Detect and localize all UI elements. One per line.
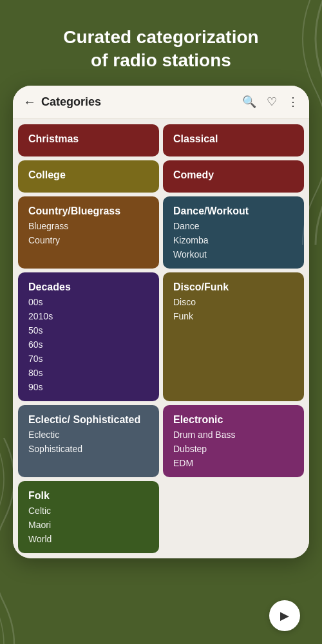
category-label-college: College [28, 169, 149, 181]
category-sub-disco[interactable]: Disco [173, 297, 294, 307]
category-item-christmas[interactable]: Christmas [18, 124, 159, 156]
category-sub-sophisticated[interactable]: Sophisticated [28, 444, 149, 454]
category-label-country-bluegrass: Country/Bluegrass [28, 205, 149, 217]
category-label-decades: Decades [28, 281, 149, 293]
category-sub-bluegrass[interactable]: Bluegrass [28, 221, 149, 231]
category-sub-dubstep[interactable]: Dubstep [173, 444, 294, 454]
back-button[interactable]: ← [23, 95, 36, 109]
category-sub-50s[interactable]: 50s [28, 325, 149, 336]
category-sub-kizomba[interactable]: Kizomba [173, 235, 294, 245]
category-item-decades[interactable]: Decades00s2010s50s60s70s80s90s [18, 272, 159, 401]
category-sub-80s[interactable]: 80s [28, 368, 149, 378]
category-sub-workout[interactable]: Workout [173, 249, 294, 260]
category-sub-world[interactable]: World [28, 534, 149, 544]
category-item-country-bluegrass[interactable]: Country/BluegrassBluegrassCountry [18, 196, 159, 269]
category-sub-maori[interactable]: Maori [28, 520, 149, 530]
category-sub-drum-and-bass[interactable]: Drum and Bass [173, 430, 294, 440]
category-item-disco-funk[interactable]: Disco/FunkDiscoFunk [163, 272, 304, 401]
fab-button[interactable]: ▶ [269, 600, 300, 631]
category-sub-country[interactable]: Country [28, 235, 149, 245]
fab-play-icon: ▶ [280, 609, 289, 623]
category-sub-funk[interactable]: Funk [173, 311, 294, 321]
category-label-disco-funk: Disco/Funk [173, 281, 294, 293]
category-sub-00s[interactable]: 00s [28, 297, 149, 307]
category-sub-90s[interactable]: 90s [28, 382, 149, 392]
category-sub-60s[interactable]: 60s [28, 339, 149, 350]
category-item-college[interactable]: College [18, 160, 159, 193]
category-sub-celtic[interactable]: Celtic [28, 506, 149, 516]
category-sub-edm[interactable]: EDM [173, 458, 294, 468]
category-label-electronic: Electronic [173, 414, 294, 426]
category-label-christmas: Christmas [28, 133, 149, 145]
category-sub-eclectic[interactable]: Eclectic [28, 430, 149, 440]
category-sub-dance[interactable]: Dance [173, 221, 294, 231]
category-sub-70s[interactable]: 70s [28, 354, 149, 364]
category-item-electronic[interactable]: ElectronicDrum and BassDubstepEDM [163, 405, 304, 477]
category-sub-2010s[interactable]: 2010s [28, 311, 149, 321]
category-label-eclectic: Eclectic/ Sophisticated [28, 414, 149, 426]
